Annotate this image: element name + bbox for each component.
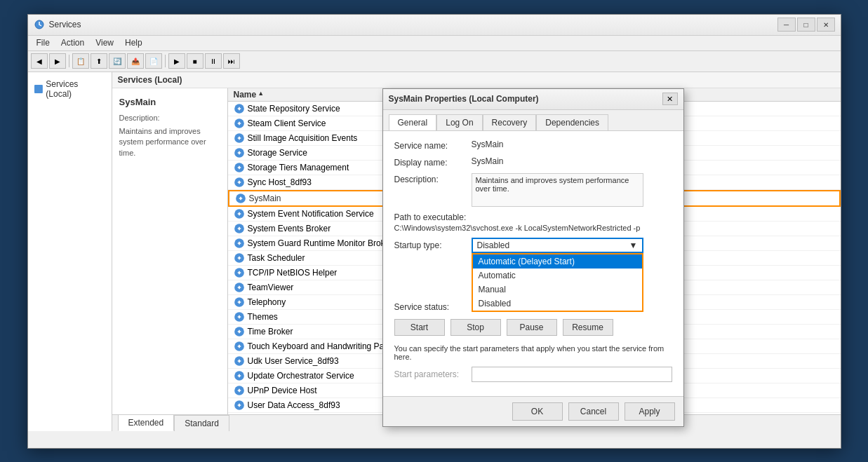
export-button[interactable]: 📤 <box>127 53 144 69</box>
dialog-body: Service name: SysMain Display name: SysM… <box>383 131 683 396</box>
menu-bar: File Action View Help <box>28 36 841 51</box>
path-value: C:\Windows\system32\svchost.exe -k Local… <box>394 224 672 232</box>
service-description-text: Maintains and improves system performanc… <box>119 126 220 158</box>
display-name-label: Display name: <box>394 156 472 168</box>
startup-option-auto-delayed[interactable]: Automatic (Delayed Start) <box>473 254 642 269</box>
ok-button[interactable]: OK <box>512 402 563 421</box>
refresh-button[interactable]: 🔄 <box>109 53 126 69</box>
menu-view[interactable]: View <box>90 36 119 49</box>
dialog-close-button[interactable]: ✕ <box>662 93 678 105</box>
action-buttons: Start Stop Pause Resume <box>394 319 672 336</box>
startup-row: Startup type: Disabled ▼ Automatic (Dela… <box>394 238 672 253</box>
pause-toolbar-button[interactable]: ⏸ <box>205 53 222 69</box>
sidebar-item-services-local[interactable]: Services (Local) <box>28 75 112 103</box>
back-button[interactable]: ◀ <box>31 53 48 69</box>
pause-button[interactable]: Pause <box>507 319 557 336</box>
display-name-row: Display name: SysMain <box>394 156 672 168</box>
sort-icon: ▲ <box>258 90 264 100</box>
startup-option-automatic[interactable]: Automatic <box>473 269 642 283</box>
app-icon <box>34 19 45 30</box>
play-button[interactable]: ▶ <box>168 53 185 69</box>
dialog-title: SysMain Properties (Local Computer) <box>389 94 662 104</box>
resume-button[interactable]: Resume <box>563 319 613 336</box>
window-title: Services <box>49 20 777 29</box>
restart-button[interactable]: ⏭ <box>223 53 240 69</box>
startup-section: Startup type: Disabled ▼ Automatic (Dela… <box>394 238 672 253</box>
selected-service-name: SysMain <box>119 97 220 107</box>
startup-option-manual[interactable]: Manual <box>473 283 642 297</box>
dialog-tab-general[interactable]: General <box>389 114 437 130</box>
service-name-label: Service name: <box>394 140 472 151</box>
dialog-footer: OK Cancel Apply <box>383 396 683 426</box>
main-window: Services ─ □ ✕ File Action View Help ◀ ▶… <box>27 14 841 449</box>
dialog-tab-logon[interactable]: Log On <box>436 114 482 130</box>
description-field-label: Description: <box>394 173 472 184</box>
toolbar: ◀ ▶ 📋 ⬆ 🔄 📤 📄 ▶ ■ ⏸ ⏭ <box>28 51 841 72</box>
sysmain-properties-dialog: SysMain Properties (Local Computer) ✕ Ge… <box>382 88 684 427</box>
cancel-button[interactable]: Cancel <box>568 402 619 421</box>
left-pane: Services (Local) <box>28 72 112 431</box>
tab-standard[interactable]: Standard <box>174 415 229 431</box>
close-button[interactable]: ✕ <box>817 18 835 32</box>
startup-type-label: Startup type: <box>394 240 472 250</box>
dialog-tab-dependencies[interactable]: Dependencies <box>536 114 608 130</box>
menu-file[interactable]: File <box>31 36 55 49</box>
service-description-panel: SysMain Description: Maintains and impro… <box>112 88 228 414</box>
center-pane-header: Services (Local) <box>112 72 841 88</box>
title-bar: Services ─ □ ✕ <box>28 15 841 36</box>
menu-action[interactable]: Action <box>55 36 90 49</box>
service-name-row: Service name: SysMain <box>394 140 672 151</box>
startup-type-dropdown[interactable]: Disabled ▼ <box>472 238 643 253</box>
startup-option-disabled[interactable]: Disabled <box>473 297 642 311</box>
chevron-down-icon: ▼ <box>629 240 638 250</box>
stop-button[interactable]: Stop <box>450 319 501 336</box>
description-textarea[interactable] <box>472 173 643 207</box>
start-params-row: Start parameters: <box>394 367 672 382</box>
start-button[interactable]: Start <box>394 319 445 336</box>
apply-button[interactable]: Apply <box>625 402 675 421</box>
show-console-tree-button[interactable]: 📋 <box>72 53 89 69</box>
svg-rect-1 <box>34 85 42 93</box>
service-name-value: SysMain <box>472 140 504 149</box>
service-status-label: Service status: <box>394 302 472 312</box>
forward-button[interactable]: ▶ <box>49 53 66 69</box>
dialog-tab-bar: General Log On Recovery Dependencies <box>383 110 683 131</box>
description-row: Description: <box>394 173 672 207</box>
startup-dropdown-list: Automatic (Delayed Start) Automatic Manu… <box>472 253 643 312</box>
startup-dropdown-wrapper: Disabled ▼ Automatic (Delayed Start) Aut… <box>472 238 643 253</box>
display-name-value: SysMain <box>472 156 504 166</box>
path-section: Path to executable: C:\Windows\system32\… <box>394 212 672 232</box>
description-label: Description: <box>119 113 220 123</box>
path-label: Path to executable: <box>394 212 672 222</box>
hint-text: You can specify the start parameters tha… <box>394 344 672 361</box>
start-params-input[interactable] <box>472 367 672 382</box>
stop-button[interactable]: ■ <box>187 53 203 69</box>
dialog-title-bar: SysMain Properties (Local Computer) ✕ <box>383 89 683 110</box>
up-button[interactable]: ⬆ <box>91 53 107 69</box>
minimize-button[interactable]: ─ <box>777 18 796 32</box>
maximize-button[interactable]: □ <box>797 18 815 32</box>
start-params-label: Start parameters: <box>394 369 472 379</box>
properties-button[interactable]: 📄 <box>145 53 162 69</box>
menu-help[interactable]: Help <box>119 36 148 49</box>
tab-extended[interactable]: Extended <box>118 414 175 431</box>
dialog-tab-recovery[interactable]: Recovery <box>483 114 537 130</box>
